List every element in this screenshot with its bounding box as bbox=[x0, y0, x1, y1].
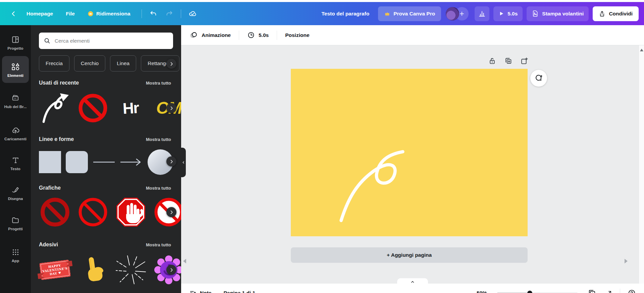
shape-rounded-square-element[interactable] bbox=[66, 151, 88, 173]
add-page-icon[interactable] bbox=[520, 57, 529, 65]
apps-grid-icon bbox=[11, 248, 20, 256]
scroll-up-arrow[interactable] bbox=[640, 49, 643, 51]
file-label: File bbox=[66, 11, 75, 17]
vertical-scrollbar[interactable] bbox=[639, 45, 644, 284]
stickers-scroll-right-button[interactable] bbox=[166, 265, 176, 275]
resize-button[interactable]: Ridimensiona bbox=[81, 6, 137, 21]
sidebar-label: Disegna bbox=[8, 197, 23, 201]
sticker-valentine-banner[interactable]: HAPPY VALENTINE'S DAY ♥ bbox=[39, 253, 71, 286]
chevron-right-icon bbox=[169, 106, 174, 111]
undo-button[interactable] bbox=[147, 7, 160, 20]
duplicate-page-icon[interactable] bbox=[504, 57, 513, 65]
show-all-link[interactable]: Mostra tutto bbox=[146, 137, 171, 142]
section-header-graphics: Grafiche Mostra tutto bbox=[39, 185, 171, 191]
sidebar-item-elementi[interactable]: Elementi bbox=[2, 56, 29, 83]
chevron-right-icon bbox=[169, 159, 174, 164]
print-flyers-button[interactable]: Stampa volantini bbox=[527, 6, 589, 21]
shape-square-element[interactable] bbox=[39, 151, 61, 173]
divider bbox=[620, 289, 620, 293]
fullscreen-button[interactable] bbox=[606, 290, 612, 293]
section-title: Linee e forme bbox=[39, 136, 74, 142]
sidebar-item-testo[interactable]: Testo bbox=[0, 152, 31, 175]
zoom-percent[interactable]: 50% bbox=[477, 290, 487, 293]
recent-curved-arrow-element[interactable] bbox=[39, 92, 71, 125]
sticker-pointing-hand[interactable] bbox=[77, 253, 109, 286]
sidebar-item-progetto[interactable]: Progetto bbox=[0, 31, 31, 54]
graphics-scroll-right-button[interactable] bbox=[166, 207, 176, 217]
zoom-slider-thumb[interactable] bbox=[527, 291, 532, 293]
design-page[interactable] bbox=[291, 69, 528, 236]
zoom-slider[interactable] bbox=[497, 291, 578, 293]
recent-prohibition-element[interactable] bbox=[77, 92, 109, 125]
search-input[interactable] bbox=[54, 38, 168, 44]
show-all-link[interactable]: Mostra tutto bbox=[146, 242, 171, 247]
unlock-icon[interactable] bbox=[488, 57, 496, 65]
play-duration-label: 5.0s bbox=[507, 11, 518, 17]
search-chips-row: Freccia Cerchio Linea Rettangolo bbox=[39, 55, 179, 72]
sticker-starburst[interactable] bbox=[115, 253, 147, 286]
duration-button[interactable]: 5.0s bbox=[247, 31, 269, 39]
help-button[interactable] bbox=[628, 289, 636, 293]
chevron-right-icon bbox=[169, 210, 174, 215]
panel-collapse-tab[interactable] bbox=[181, 148, 186, 177]
undo-icon bbox=[150, 10, 157, 17]
chevron-right-icon bbox=[169, 61, 174, 66]
divider bbox=[239, 31, 239, 40]
chip-freccia[interactable]: Freccia bbox=[39, 55, 69, 71]
back-button[interactable] bbox=[7, 7, 20, 20]
collapse-footer-button[interactable] bbox=[397, 278, 428, 284]
page-squiggle-element[interactable] bbox=[291, 69, 528, 236]
shapes-scroll-right-button[interactable] bbox=[166, 156, 176, 166]
search-icon bbox=[44, 37, 51, 44]
chips-scroll-right-button[interactable] bbox=[166, 59, 176, 69]
context-toolbar: Animazione 5.0s Posizione bbox=[181, 25, 644, 45]
sidebar-rail: Progetto Elementi co. Hub del Br... Cari… bbox=[0, 25, 31, 293]
section-header-lines-shapes: Linee e forme Mostra tutto bbox=[39, 136, 171, 142]
show-all-link[interactable]: Mostra tutto bbox=[146, 186, 171, 191]
recent-scroll-right-button[interactable] bbox=[166, 103, 176, 113]
top-bar-left: Homepage File Ridimensiona bbox=[7, 6, 199, 21]
position-button[interactable]: Posizione bbox=[285, 32, 309, 38]
valentine-banner: HAPPY VALENTINE'S DAY ♥ bbox=[39, 260, 70, 280]
cloud-save-status-button[interactable] bbox=[186, 7, 199, 20]
present-button[interactable]: 5.0s bbox=[493, 6, 523, 21]
account-group bbox=[446, 7, 469, 20]
sidebar-item-caricamenti[interactable]: Caricamenti bbox=[0, 122, 31, 145]
pages-view-button[interactable]: 1 bbox=[588, 289, 596, 293]
add-comment-button[interactable] bbox=[530, 70, 547, 87]
sidebar-label: Elementi bbox=[7, 74, 23, 78]
insights-button[interactable] bbox=[475, 6, 489, 21]
try-pro-button[interactable]: Prova Canva Pro bbox=[378, 6, 441, 21]
shape-line-element[interactable] bbox=[93, 150, 115, 174]
shape-arrow-line-element[interactable] bbox=[120, 150, 143, 174]
page-indicator[interactable]: Pagina 1 di 1 bbox=[223, 290, 255, 293]
homepage-button[interactable]: Homepage bbox=[20, 6, 59, 21]
chevron-right-icon bbox=[169, 267, 174, 273]
scroll-left-arrow[interactable] bbox=[183, 259, 186, 263]
sidebar-item-app[interactable]: App bbox=[0, 244, 31, 267]
notes-button[interactable]: Note bbox=[189, 289, 211, 293]
document-title[interactable]: Testo del paragrafo bbox=[321, 11, 369, 17]
sidebar-item-hub-del-brand[interactable]: co. Hub del Br... bbox=[0, 90, 31, 112]
graphic-stop-hand-element[interactable] bbox=[115, 196, 147, 229]
top-bar-right: 5.0s Stampa volantini Condividi bbox=[475, 6, 639, 21]
graphic-prohibition-dark-element[interactable] bbox=[39, 196, 71, 229]
add-page-button[interactable]: + Aggiungi pagina bbox=[291, 247, 528, 263]
recent-text-hr-element[interactable]: Hr bbox=[115, 92, 147, 125]
chip-linea[interactable]: Linea bbox=[110, 55, 136, 71]
sidebar-item-progetti[interactable]: Progetti bbox=[0, 212, 31, 235]
plus-icon bbox=[459, 11, 465, 16]
share-button[interactable]: Condividi bbox=[593, 6, 639, 21]
graphic-prohibition-red-element[interactable] bbox=[77, 196, 109, 229]
animate-button[interactable]: Animazione bbox=[190, 31, 231, 39]
scroll-right-arrow[interactable] bbox=[625, 259, 628, 263]
show-all-link[interactable]: Mostra tutto bbox=[146, 81, 171, 86]
chip-cerchio[interactable]: Cerchio bbox=[74, 55, 105, 71]
redo-button[interactable] bbox=[163, 7, 176, 20]
file-menu-button[interactable]: File bbox=[59, 6, 81, 21]
sidebar-item-disegna[interactable]: Disegna bbox=[0, 182, 31, 204]
notes-label: Note bbox=[200, 290, 211, 293]
sidebar-label: Hub del Br... bbox=[4, 105, 26, 109]
elements-panel: Freccia Cerchio Linea Rettangolo Usati d… bbox=[31, 25, 181, 293]
avatar[interactable] bbox=[446, 7, 459, 20]
